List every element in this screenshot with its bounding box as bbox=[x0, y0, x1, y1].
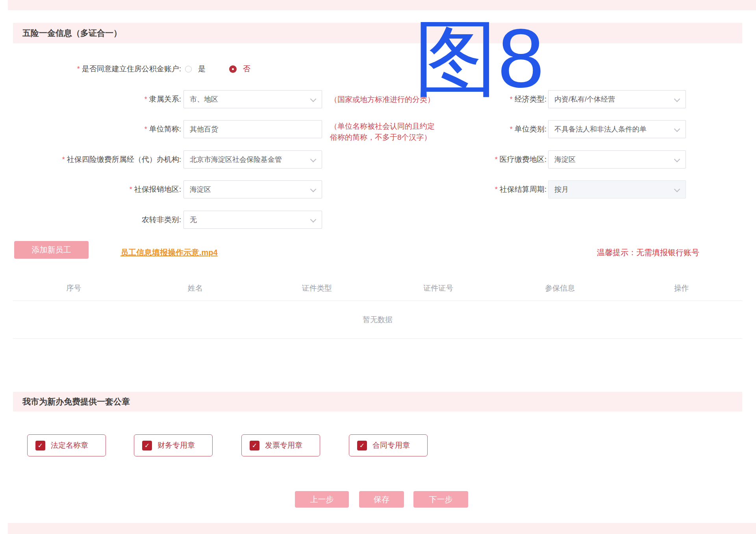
select-value: 北京市海淀区社会保险基金管 bbox=[190, 155, 282, 164]
required-asterisk: * bbox=[495, 185, 498, 193]
required-asterisk: * bbox=[62, 156, 65, 163]
checkbox-checked-icon bbox=[142, 441, 152, 451]
field-label-economy-type: *经济类型: bbox=[410, 90, 547, 108]
field-label-settle-cycle: *社保结算周期: bbox=[410, 180, 547, 198]
next-step-button[interactable]: 下一步 bbox=[413, 491, 468, 508]
field-label-reimburse-area: *社保报销地区: bbox=[0, 180, 181, 198]
radio-yes-label[interactable]: 是 bbox=[198, 64, 206, 74]
prev-step-button[interactable]: 上一步 bbox=[295, 491, 349, 508]
col-actions: 操作 bbox=[621, 283, 742, 293]
col-insured-info: 参保信息 bbox=[499, 283, 621, 293]
form-row: 农转非类别: 无 bbox=[0, 211, 756, 229]
select-unit-category[interactable]: 不具备法人和非法人条件的单 bbox=[548, 120, 686, 138]
table-empty-state: 暂无数据 bbox=[13, 301, 742, 339]
employee-table: 序号 姓名 证件类型 证件证号 参保信息 操作 暂无数据 bbox=[13, 276, 742, 339]
chevron-down-icon bbox=[674, 156, 680, 163]
seal-invoice[interactable]: 发票专用章 bbox=[241, 434, 320, 456]
bottom-decor-band bbox=[8, 523, 756, 534]
chevron-down-icon bbox=[310, 96, 317, 102]
seal-label: 财务专用章 bbox=[158, 440, 195, 451]
select-medical-area[interactable]: 海淀区 bbox=[548, 150, 686, 169]
add-employee-button[interactable]: 添加新员工 bbox=[14, 241, 89, 259]
field-label-rural-category: 农转非类别: bbox=[0, 211, 181, 229]
form-row: *单位简称: （单位名称被社会认同的且约定 俗称的简称，不多于8个汉字） *单位… bbox=[0, 120, 756, 138]
select-social-agency[interactable]: 北京市海淀区社会保险基金管 bbox=[183, 150, 322, 169]
fund-radio-group: 是 否 bbox=[185, 61, 250, 77]
checkbox-checked-icon bbox=[35, 441, 45, 451]
col-id-type: 证件类型 bbox=[256, 283, 378, 293]
radio-yes[interactable] bbox=[185, 66, 192, 72]
field-label-medical-area: *医疗缴费地区: bbox=[410, 150, 547, 169]
required-asterisk: * bbox=[510, 95, 513, 103]
form-row: *隶属关系: 市、地区 （国家或地方标准进行的分类） *经济类型: 内资/私有/… bbox=[0, 90, 756, 108]
chevron-down-icon bbox=[310, 156, 317, 163]
seal-legal-name[interactable]: 法定名称章 bbox=[27, 434, 106, 456]
top-decor-band bbox=[8, 0, 756, 10]
section-insurance-header: 五险一金信息（多证合一） bbox=[13, 23, 742, 43]
radio-no-label[interactable]: 否 bbox=[243, 64, 250, 74]
required-asterisk: * bbox=[510, 125, 513, 133]
select-settle-cycle: 按月 bbox=[548, 180, 686, 198]
input-short-name-wrap bbox=[183, 120, 322, 138]
chevron-down-icon bbox=[674, 186, 680, 193]
select-value: 市、地区 bbox=[190, 95, 218, 104]
form-row: *社保四险缴费所属经（代）办机构: 北京市海淀区社会保险基金管 *医疗缴费地区:… bbox=[0, 150, 756, 169]
radio-no[interactable] bbox=[229, 65, 237, 73]
seal-finance[interactable]: 财务专用章 bbox=[134, 434, 213, 456]
required-asterisk: * bbox=[130, 185, 132, 193]
select-value: 海淀区 bbox=[190, 185, 211, 194]
field-label-affiliation: *隶属关系: bbox=[0, 90, 181, 108]
bank-account-tip: 温馨提示：无需填报银行账号 bbox=[597, 247, 699, 258]
field-label-social-agency: *社保四险缴费所属经（代）办机构: bbox=[0, 150, 181, 169]
col-id-number: 证件证号 bbox=[378, 283, 499, 293]
field-label-short-name: *单位简称: bbox=[0, 120, 181, 138]
employee-demo-video-link[interactable]: 员工信息填报操作示意.mp4 bbox=[120, 247, 218, 258]
fund-question-row: *是否同意建立住房公积金账户: 是 否 bbox=[0, 61, 756, 77]
employee-table-header: 序号 姓名 证件类型 证件证号 参保信息 操作 bbox=[13, 276, 742, 301]
col-serial: 序号 bbox=[13, 283, 135, 293]
save-button[interactable]: 保存 bbox=[359, 491, 404, 508]
seal-label: 合同专用章 bbox=[372, 440, 410, 451]
seal-contract[interactable]: 合同专用章 bbox=[349, 434, 428, 456]
chevron-down-icon bbox=[674, 126, 680, 132]
input-short-name[interactable] bbox=[190, 125, 316, 134]
select-value: 海淀区 bbox=[554, 155, 576, 164]
select-value: 内资/私有/个体经营 bbox=[554, 95, 615, 104]
chevron-down-icon bbox=[310, 217, 317, 223]
checkbox-checked-icon bbox=[357, 441, 367, 451]
field-label-unit-category: *单位类别: bbox=[410, 120, 547, 138]
select-reimburse-area[interactable]: 海淀区 bbox=[183, 180, 322, 198]
section-seals-header: 我市为新办免费提供一套公章 bbox=[13, 392, 742, 412]
section-seals-title: 我市为新办免费提供一套公章 bbox=[22, 396, 130, 407]
checkbox-checked-icon bbox=[250, 441, 259, 451]
form-row: *社保报销地区: 海淀区 *社保结算周期: 按月 bbox=[0, 180, 756, 198]
seal-label: 法定名称章 bbox=[51, 440, 88, 451]
section-insurance-title: 五险一金信息（多证合一） bbox=[22, 28, 122, 39]
select-economy-type[interactable]: 内资/私有/个体经营 bbox=[548, 90, 686, 108]
select-value: 不具备法人和非法人条件的单 bbox=[554, 124, 647, 134]
select-rural-category[interactable]: 无 bbox=[183, 211, 322, 229]
required-asterisk: * bbox=[145, 95, 147, 103]
select-affiliation[interactable]: 市、地区 bbox=[183, 90, 322, 108]
required-asterisk: * bbox=[77, 65, 80, 73]
select-value: 按月 bbox=[554, 185, 569, 194]
select-value: 无 bbox=[190, 215, 197, 224]
fund-question-label: *是否同意建立住房公积金账户: bbox=[0, 61, 181, 79]
chevron-down-icon bbox=[674, 96, 680, 102]
chevron-down-icon bbox=[310, 186, 317, 193]
required-asterisk: * bbox=[145, 125, 147, 133]
required-asterisk: * bbox=[495, 156, 498, 163]
seal-label: 发票专用章 bbox=[265, 440, 302, 451]
page: 五险一金信息（多证合一） *是否同意建立住房公积金账户: 是 否 *隶属关系: … bbox=[0, 0, 756, 534]
col-name: 姓名 bbox=[135, 283, 256, 293]
